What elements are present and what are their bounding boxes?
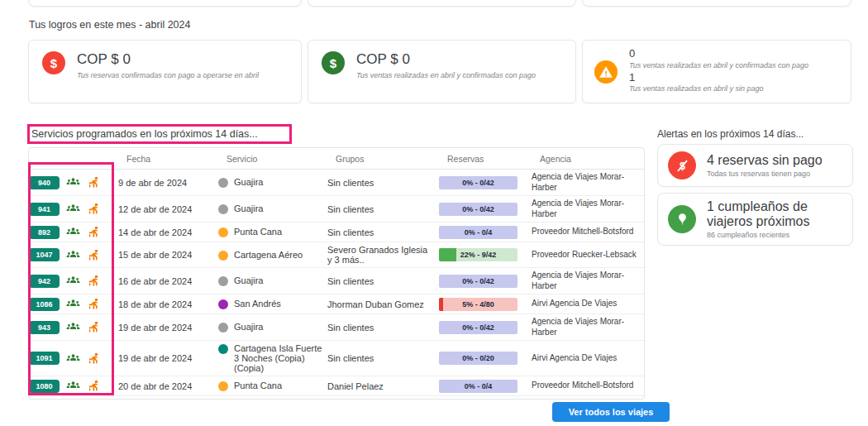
groups-icon[interactable] [66,399,80,400]
agency-name: Proveedor Mitchell-Botsford [532,227,644,237]
reservas-value: 5% - 4/80 [462,300,494,309]
service-name[interactable]: Guajira [234,275,263,285]
groups-icon[interactable] [66,202,80,216]
col-header-reservas: Reservas [447,154,540,164]
trip-id-badge[interactable]: 942 [29,275,60,288]
trip-date: 14 de abr de 2024 [118,227,218,237]
service-name[interactable]: Guajira [234,322,263,332]
table-row[interactable]: 1047 15 de abr de 2024 [29,242,644,268]
reservas-progress-badge: 0% - 0/42 [439,275,517,288]
trip-date: 9 de abr de 2024 [118,178,218,188]
groups-icon[interactable] [66,175,80,189]
trip-date: 19 de abr de 2024 [118,323,218,333]
metric-value: 1 [629,72,808,84]
trip-id-badge[interactable]: 1047 [29,248,60,261]
reservas-progress-badge: 0% - 0/20 [439,352,517,365]
table-row[interactable]: 892 14 de abr de 2024 [29,223,644,242]
table-row[interactable]: 1080 20 de abr de 2024 [29,376,644,396]
table-row[interactable]: 1091 19 de abr de 2024 [29,341,644,376]
groups-icon[interactable] [66,379,80,393]
service-color-dot [218,276,228,286]
money-off-icon: $ [668,151,696,179]
reservas-value: 0% - 0/20 [462,354,494,362]
person-hail-icon[interactable] [87,320,101,334]
reservas-progress-badge: 0% - 0/4 [439,380,517,393]
metric-value: 0 [629,48,808,60]
person-hail-icon[interactable] [87,202,101,216]
groups-icon[interactable] [66,248,80,262]
agency-name: Agencia de Viajes Morar-Harber [532,270,644,291]
person-hail-icon[interactable] [87,399,101,400]
trip-id-badge[interactable]: 1080 [29,380,60,393]
group-name: Sin clientes [327,227,439,237]
trip-date: 15 de abr de 2024 [118,250,218,260]
table-row[interactable]: 943 19 de abr de 2024 [29,314,644,341]
metric-subtitle: Tus ventas realizadas en abril y confirm… [629,61,808,69]
view-all-trips-button[interactable]: Ver todos los viajes [552,402,670,422]
alert-subtitle: 86 cumpleaños recientes [707,231,842,239]
service-name[interactable]: Guajira [234,203,263,213]
groups-icon[interactable] [66,225,80,239]
group-name: Daniel Pelaez [327,381,439,391]
service-name[interactable]: Cartagena Isla Fuerte 3 Noches (Copia) (… [234,343,322,373]
service-color-dot [218,178,228,188]
alert-card-reservas-sin-pago[interactable]: $ 4 reservas sin pago Todas tus reservas… [657,144,853,187]
cutoff-card-1 [28,0,302,7]
person-hail-icon[interactable] [87,225,101,239]
services-table: Fecha Servicio Grupos Reservas Agencia 9… [28,147,645,400]
person-hail-icon[interactable] [87,274,101,288]
trip-date: 19 de abr de 2024 [118,353,218,363]
groups-icon[interactable] [66,297,80,311]
achievements-title: Tus logros en este mes - abril 2024 [29,19,190,31]
table-row[interactable]: 942 16 de abr de 2024 [29,268,644,294]
service-name[interactable]: Cartagena Aéreo [234,250,303,260]
trip-id-badge[interactable]: 893 [29,400,60,400]
dollar-icon: $ [322,51,345,74]
reservas-value: 22% - 9/42 [460,251,497,259]
metric-card-ventas: $ COP $ 0 Tus ventas realizadas en abril… [308,40,576,103]
alert-card-cumpleanos[interactable]: 1 cumpleaños de viajeros próximos 86 cum… [657,193,853,246]
table-row[interactable]: 893 21 de abr de 2024 [29,396,644,400]
trip-id-badge[interactable]: 940 [29,176,60,189]
service-name[interactable]: Punta Cana [234,381,282,390]
service-name[interactable]: Guajira [234,177,263,187]
agency-name: Agencia de Viajes Morar-Harber [532,317,644,337]
groups-icon[interactable] [66,352,80,366]
metric-card-warning: 0 Tus ventas realizadas en abril y confi… [582,40,851,103]
person-hail-icon[interactable] [87,379,101,393]
reservas-value: 0% - 0/42 [462,323,494,332]
group-name: Sin clientes [327,276,439,286]
service-color-dot [218,299,228,309]
metric-subtitle: Tus reservas confirmadas con pago a oper… [77,71,259,79]
cutoff-card-2 [308,0,576,7]
person-hail-icon[interactable] [87,352,101,366]
progress-fill [439,298,443,311]
trip-id-badge[interactable]: 1091 [29,352,60,365]
table-row[interactable]: 941 12 de abr de 2024 [29,196,644,223]
alert-title: 4 reservas sin pago [707,153,823,168]
reservas-progress-badge: 22% - 9/42 [439,248,517,261]
trip-id-badge[interactable]: 943 [29,321,60,334]
table-row[interactable]: 1086 18 de abr de 2024 [29,294,644,314]
groups-icon[interactable] [66,274,80,288]
cutoff-card-3 [582,0,851,7]
metric-value: COP $ 0 [77,51,259,68]
metric-subtitle: Tus ventas realizadas en abril y confirm… [356,71,536,79]
trip-id-badge[interactable]: 892 [29,226,60,239]
reservas-progress-badge: 0% - 0/4 [439,400,517,400]
table-row[interactable]: 940 9 de abr de 2024 [29,170,644,196]
metric-value: COP $ 0 [356,51,536,68]
col-header-agencia: Agencia [540,154,644,164]
reservas-progress-badge: 0% - 0/4 [439,226,517,239]
groups-icon[interactable] [66,320,80,334]
person-hail-icon[interactable] [87,175,101,189]
person-hail-icon[interactable] [87,297,101,311]
service-name[interactable]: San Andrés [234,299,281,309]
col-header-servicio: Servicio [227,154,336,164]
trip-id-badge[interactable]: 941 [29,203,60,216]
service-name[interactable]: Punta Cana [234,227,282,237]
warning-icon [594,60,618,84]
trip-id-badge[interactable]: 1086 [29,298,60,311]
person-hail-icon[interactable] [87,248,101,262]
group-name: Sin clientes [327,178,439,188]
